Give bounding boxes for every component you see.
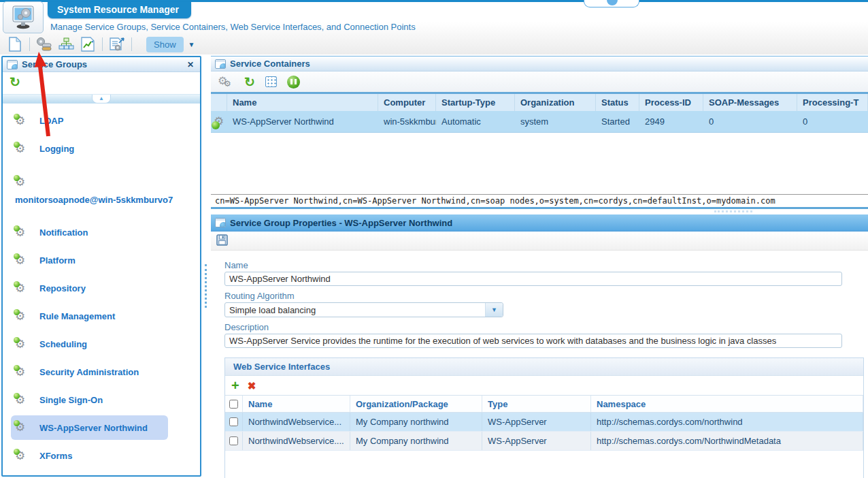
show-dropdown-caret-icon[interactable]: ▼ [188,41,195,48]
close-panel-button[interactable]: ✕ [185,60,196,69]
cell-processing-time: 0 [797,111,868,132]
vertical-splitter-handle[interactable] [205,264,207,308]
container-status-icon: ⚙ [211,111,227,132]
sidebar-item-scheduling[interactable]: ⚙ Scheduling [3,330,200,358]
routing-algorithm-label: Routing Algorithm [224,291,868,301]
sidebar-item-platform[interactable]: ⚙ Platform [3,246,200,274]
routing-algorithm-select[interactable]: Simple load balancing ▼ [224,302,503,317]
column-header-name[interactable]: Name [227,94,378,111]
toolbar-separator [29,37,30,51]
service-container-button[interactable] [33,35,55,53]
main-toolbar: Show ▼ [4,35,195,54]
wsi-table-row[interactable]: NorthwindWebservice.... My Company north… [225,432,863,451]
service-group-icon: ⚙ [15,255,28,267]
service-group-icon: ⚙ [15,143,28,155]
description-input[interactable] [224,334,842,348]
properties-header: Service Group Properties - WS-AppServer … [211,214,868,232]
column-header-processing-time[interactable]: Processing-T [797,94,868,111]
name-input[interactable] [224,272,842,286]
select-all-checkbox[interactable] [229,400,238,409]
column-header-computer[interactable]: Computer [378,94,436,111]
add-interface-button[interactable]: + [231,379,239,392]
org-hierarchy-button[interactable] [55,35,77,53]
list-scroll-up-strip[interactable]: ▲ [3,94,200,103]
sidebar-item-rule-management[interactable]: ⚙ Rule Management [3,302,200,330]
cell-status: Started [596,111,639,132]
sidebar-item-security-administration[interactable]: ⚙ Security Administration [3,358,200,386]
show-button[interactable]: Show [146,37,184,52]
sidebar-item-ws-appserver-northwind[interactable]: ⚙ WS-AppServer Northwind [11,415,168,440]
grid-view-icon[interactable] [265,76,277,87]
sidebar-item-monitorsoapnode[interactable]: ⚙ monitorsoapnode@win-5skkmburvo7 [3,163,200,219]
refresh-icon[interactable]: ↻ [244,76,255,89]
column-header-status[interactable]: Status [596,94,639,111]
sidebar-item-single-sign-on[interactable]: ⚙ Single Sign-On [3,386,200,414]
refresh-icon[interactable]: ↻ [10,76,20,89]
service-groups-title: Service Groups [22,59,87,69]
properties-title: Service Group Properties - WS-AppServer … [230,218,452,228]
properties-form: Name Routing Algorithm Simple load balan… [211,251,868,478]
column-header-process-id[interactable]: Process-ID [639,94,703,111]
wsi-column-organization-package[interactable]: Organization/Package [350,396,482,412]
window-icon [7,60,18,69]
wsi-cell-org: My Company northwind [350,413,482,431]
window-icon [215,59,226,69]
window-icon [215,218,226,227]
sidebar-item-ldap[interactable]: ⚙ LDAP [3,107,200,135]
vertical-splitter[interactable] [201,56,211,477]
delete-interface-button[interactable]: ✖ [248,381,256,391]
icon-column-header[interactable] [211,94,227,111]
service-group-icon: ⚙ [15,338,28,351]
org-chart-icon [59,37,74,51]
wsi-column-type[interactable]: Type [482,396,591,412]
new-document-button[interactable] [4,35,26,53]
web-services-button[interactable] [106,35,128,53]
wsi-column-namespace[interactable]: Namespace [591,396,863,412]
sidebar-item-repository[interactable]: ⚙ Repository [3,274,200,302]
wsi-column-name[interactable]: Name [243,396,350,412]
description-label: Description [224,322,868,332]
service-group-icon: ⚙ [15,283,28,295]
sidebar-item-logging[interactable]: ⚙ Logging [3,135,200,163]
name-label: Name [224,260,868,270]
row-checkbox[interactable] [229,436,238,445]
chevron-down-icon[interactable]: ▼ [485,303,503,317]
configure-gears-icon[interactable]: ⚙ ⚙ [218,74,234,89]
sidebar-item-notification[interactable]: ⚙ Notification [3,219,200,246]
service-group-icon: ⚙ [15,394,28,407]
save-button[interactable] [216,234,228,248]
service-group-icon: ⚙ [15,310,28,323]
report-chart-icon [81,37,95,52]
scroll-up-icon[interactable]: ▲ [92,95,111,103]
pause-container-button[interactable] [287,76,300,89]
service-group-icon: ⚙ [15,450,28,462]
wsi-table-empty-area [225,451,863,478]
table-empty-area [211,133,868,194]
service-group-icon: ⚙ [15,227,28,239]
cell-name: WS-AppServer Northwind [227,111,378,132]
web-service-interfaces-group: Web Service Interfaces + ✖ Name Organiza… [224,357,864,478]
column-header-startup-type[interactable]: Startup-Type [436,94,515,111]
cell-organization: system [515,111,596,132]
row-checkbox[interactable] [229,417,238,426]
top-collapse-tab[interactable] [584,0,639,7]
dn-status-bar: cn=WS-AppServer Northwind,cn=WS-AppServe… [211,194,868,209]
service-groups-list: ⚙ LDAP ⚙ Logging ⚙ monitorsoapnode@win-5… [3,103,200,475]
wsi-table-row[interactable]: NorthwindWebservice... My Company northw… [225,413,863,432]
service-containers-title: Service Containers [230,59,310,69]
sidebar-item-xforms[interactable]: ⚙ XForms [3,442,200,470]
toolbar-separator [102,37,103,51]
horizontal-splitter-handle[interactable] [714,210,752,213]
wsi-table-header-row: Name Organization/Package Type Namespace [225,395,863,413]
table-row-ws-appserver-northwind[interactable]: ⚙ WS-AppServer Northwind win-5skkmbur Au… [211,111,868,133]
service-group-icon: ⚙ [15,366,28,379]
cell-startup-type: Automatic [436,111,515,132]
select-all-checkbox-cell [225,396,243,412]
service-group-icon: ⚙ [15,176,28,189]
service-groups-toolbar: ↻ [3,72,200,91]
report-button[interactable] [77,35,99,53]
column-header-organization[interactable]: Organization [515,94,596,111]
column-header-soap-messages[interactable]: SOAP-Messages [703,94,797,111]
wsi-cell-org: My Company northwind [350,432,482,450]
service-containers-toolbar: ⚙ ⚙ ↻ [211,71,868,92]
